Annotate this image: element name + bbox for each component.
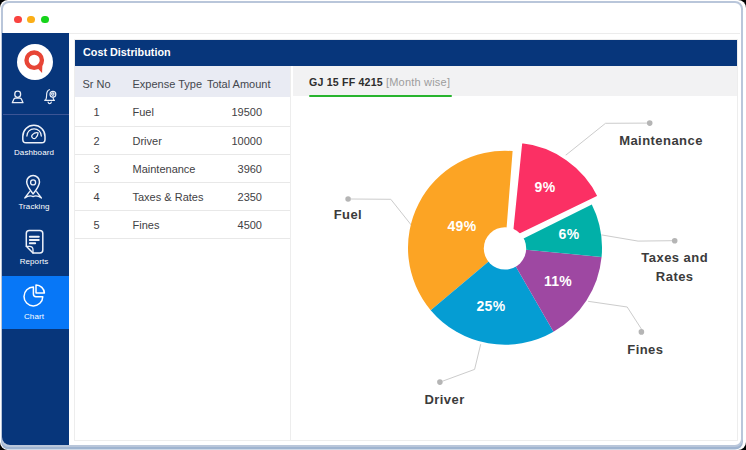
svg-text:Driver: Driver <box>424 392 464 407</box>
svg-text:Fuel: Fuel <box>334 207 363 222</box>
svg-text:Fines: Fines <box>627 342 663 357</box>
svg-text:49%: 49% <box>448 218 477 234</box>
svg-text:9%: 9% <box>535 179 556 195</box>
svg-text:Rates: Rates <box>656 269 694 284</box>
svg-text:6%: 6% <box>559 226 580 242</box>
svg-text:11%: 11% <box>544 273 572 289</box>
svg-text:Taxes and: Taxes and <box>641 250 708 265</box>
svg-text:Maintenance: Maintenance <box>619 133 703 148</box>
svg-text:25%: 25% <box>477 298 506 314</box>
